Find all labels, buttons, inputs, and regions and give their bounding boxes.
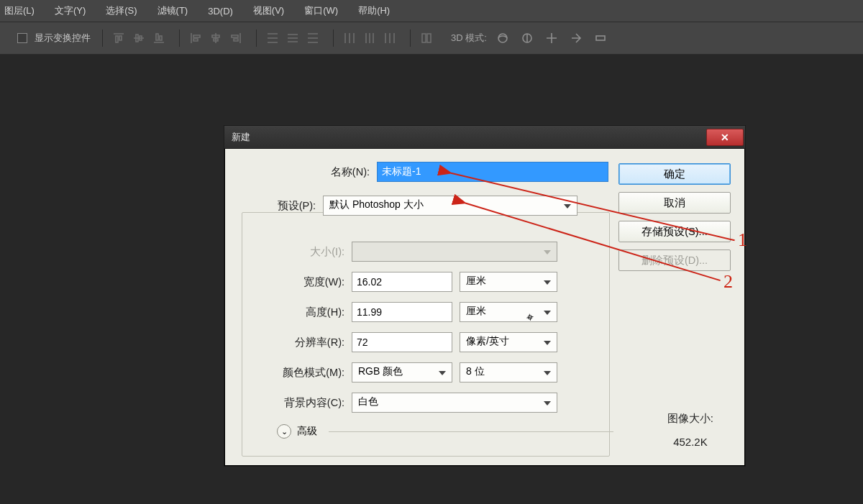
height-unit-dropdown[interactable]: 厘米 xyxy=(460,302,557,322)
menu-window[interactable]: 窗口(W) xyxy=(304,4,338,17)
color-mode-dropdown[interactable]: RGB 颜色 xyxy=(352,362,452,382)
dist-top-icon[interactable] xyxy=(264,29,281,47)
resolution-unit-value: 像素/英寸 xyxy=(466,335,509,347)
svg-rect-1 xyxy=(427,34,431,42)
svg-point-2 xyxy=(498,34,507,42)
height-input[interactable] xyxy=(352,302,452,322)
svg-rect-0 xyxy=(422,34,426,42)
auto-align-icon[interactable] xyxy=(418,29,435,47)
dist-bottom-icon[interactable] xyxy=(304,29,321,47)
menu-3d[interactable]: 3D(D) xyxy=(208,6,233,17)
new-document-dialog: 新建 ✕ 名称(N): 预设(P): 默认 Photoshop 大小 xyxy=(224,125,746,467)
resolution-input[interactable] xyxy=(352,332,452,352)
menu-view[interactable]: 视图(V) xyxy=(253,4,284,17)
advanced-toggle[interactable]: ⌄ 高级 xyxy=(277,424,613,439)
svg-rect-4 xyxy=(596,36,605,40)
color-depth-dropdown[interactable]: 8 位 xyxy=(460,362,557,382)
show-transform-label: 显示变换控件 xyxy=(35,32,91,45)
chevron-down-icon: ⌄ xyxy=(277,424,291,439)
name-input[interactable] xyxy=(377,162,608,182)
height-unit-value: 厘米 xyxy=(466,305,486,316)
color-mode-label: 颜色模式(M): xyxy=(250,366,352,380)
dist-hcenter-icon[interactable] xyxy=(361,29,378,47)
dialog-titlebar[interactable]: 新建 ✕ xyxy=(224,126,745,149)
auto-align-group xyxy=(410,29,435,47)
align-group-1 xyxy=(102,29,168,47)
preset-value: 默认 Photoshop 大小 xyxy=(329,198,424,210)
image-size-value: 452.2K xyxy=(667,436,713,448)
width-unit-value: 厘米 xyxy=(466,275,486,286)
dist-right-icon[interactable] xyxy=(381,29,398,47)
show-transform-checkbox[interactable] xyxy=(17,33,27,43)
3d-roll-icon[interactable] xyxy=(519,29,536,47)
distribute-group-1 xyxy=(256,29,321,47)
preset-dropdown[interactable]: 默认 Photoshop 大小 xyxy=(323,196,577,216)
align-group-2 xyxy=(179,29,245,47)
dialog-body: 名称(N): 预设(P): 默认 Photoshop 大小 大小(I): xyxy=(224,149,745,466)
menu-help[interactable]: 帮助(H) xyxy=(358,4,390,17)
align-hcenter-icon[interactable] xyxy=(207,29,224,47)
resolution-unit-dropdown[interactable]: 像素/英寸 xyxy=(460,332,557,352)
ok-button[interactable]: 确定 xyxy=(618,163,731,185)
preset-fieldset: 预设(P): 默认 Photoshop 大小 大小(I): 宽度(W): xyxy=(242,212,610,457)
menu-filter[interactable]: 滤镜(T) xyxy=(157,4,188,17)
size-label: 大小(I): xyxy=(250,245,352,259)
dialog-title: 新建 xyxy=(232,131,250,144)
close-icon: ✕ xyxy=(721,132,729,143)
cancel-button[interactable]: 取消 xyxy=(618,192,731,214)
background-dropdown[interactable]: 白色 xyxy=(352,393,557,413)
3d-mode-label: 3D 模式: xyxy=(451,32,487,45)
resolution-label: 分辨率(R): xyxy=(250,336,352,349)
photoshop-window: 图层(L) 文字(Y) 选择(S) 滤镜(T) 3D(D) 视图(V) 窗口(W… xyxy=(0,0,863,504)
options-bar: 显示变换控件 3D 模式: xyxy=(0,22,863,55)
3d-pan-icon[interactable] xyxy=(543,29,560,47)
width-input[interactable] xyxy=(352,272,452,292)
height-label: 高度(H): xyxy=(250,306,352,319)
align-right-icon[interactable] xyxy=(227,29,245,47)
advanced-label: 高级 xyxy=(297,425,317,438)
menu-type[interactable]: 文字(Y) xyxy=(55,4,86,17)
menu-bar: 图层(L) 文字(Y) 选择(S) 滤镜(T) 3D(D) 视图(V) 窗口(W… xyxy=(0,0,863,22)
align-top-icon[interactable] xyxy=(110,29,127,47)
align-vcenter-icon[interactable] xyxy=(130,29,147,47)
align-left-icon[interactable] xyxy=(187,29,204,47)
dist-vcenter-icon[interactable] xyxy=(284,29,301,47)
3d-slide-icon[interactable] xyxy=(567,29,585,47)
image-size-label: 图像大小: xyxy=(667,412,713,426)
save-preset-button[interactable]: 存储预设(S)... xyxy=(618,221,731,242)
background-label: 背景内容(C): xyxy=(250,396,352,410)
image-size-block: 图像大小: 452.2K xyxy=(667,412,713,448)
3d-scale-icon[interactable] xyxy=(592,29,609,47)
size-dropdown xyxy=(352,242,557,262)
advanced-divider xyxy=(329,431,613,432)
menu-select[interactable]: 选择(S) xyxy=(106,4,137,17)
name-label: 名称(N): xyxy=(239,165,377,179)
color-depth-value: 8 位 xyxy=(466,365,485,377)
align-bottom-icon[interactable] xyxy=(150,29,168,47)
menu-layer[interactable]: 图层(L) xyxy=(4,4,35,17)
3d-orbit-icon[interactable] xyxy=(494,29,511,47)
delete-preset-button: 删除预设(D)... xyxy=(618,249,731,271)
dialog-buttons: 确定 取消 存储预设(S)... 删除预设(D)... xyxy=(618,163,731,271)
distribute-group-2 xyxy=(333,29,398,47)
color-mode-value: RGB 颜色 xyxy=(358,365,403,377)
preset-label: 预设(P): xyxy=(238,199,323,213)
dist-left-icon[interactable] xyxy=(341,29,358,47)
width-unit-dropdown[interactable]: 厘米 xyxy=(460,272,557,292)
close-button[interactable]: ✕ xyxy=(706,129,744,146)
background-value: 白色 xyxy=(358,395,378,407)
width-label: 宽度(W): xyxy=(250,275,352,289)
